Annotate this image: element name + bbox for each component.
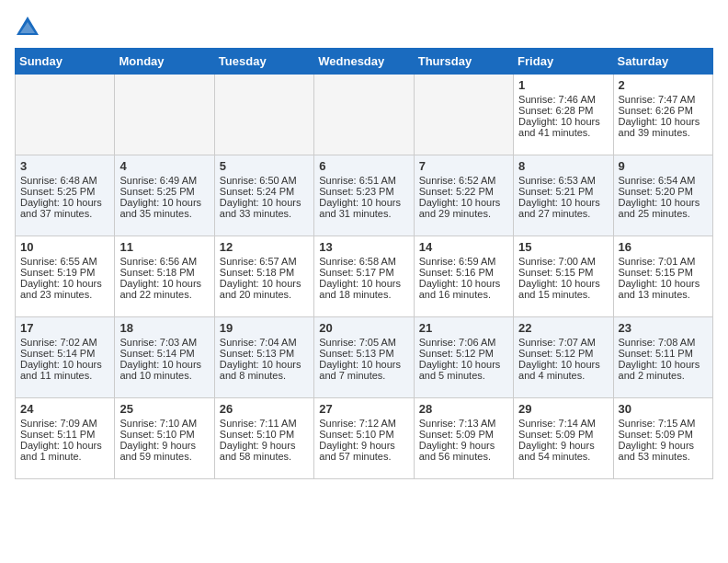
sunrise-text: Sunrise: 6:48 AM bbox=[20, 175, 97, 186]
day-number: 23 bbox=[619, 321, 708, 335]
day-number: 19 bbox=[220, 321, 309, 335]
day-number: 21 bbox=[419, 321, 508, 335]
daylight-text: Daylight: 10 hours and 13 minutes. bbox=[619, 278, 700, 300]
daylight-text: Daylight: 10 hours and 8 minutes. bbox=[220, 359, 301, 381]
daylight-text: Daylight: 10 hours and 1 minute. bbox=[20, 440, 102, 462]
sunrise-text: Sunrise: 7:02 AM bbox=[20, 337, 97, 348]
day-number: 11 bbox=[119, 240, 209, 254]
day-number: 15 bbox=[518, 240, 608, 254]
calendar-cell: 23Sunrise: 7:08 AMSunset: 5:11 PMDayligh… bbox=[613, 317, 712, 398]
sunrise-text: Sunrise: 7:10 AM bbox=[119, 418, 197, 429]
sunset-text: Sunset: 5:11 PM bbox=[619, 348, 693, 359]
sunset-text: Sunset: 5:20 PM bbox=[619, 186, 693, 197]
calendar-table: SundayMondayTuesdayWednesdayThursdayFrid… bbox=[15, 48, 713, 479]
calendar-cell: 29Sunrise: 7:14 AMSunset: 5:09 PMDayligh… bbox=[514, 398, 613, 479]
weekday-header-saturday: Saturday bbox=[613, 49, 712, 75]
day-number: 29 bbox=[518, 402, 608, 416]
sunrise-text: Sunrise: 7:07 AM bbox=[518, 337, 596, 348]
sunset-text: Sunset: 5:13 PM bbox=[319, 348, 393, 359]
calendar-cell: 25Sunrise: 7:10 AMSunset: 5:10 PMDayligh… bbox=[115, 398, 214, 479]
calendar-cell bbox=[314, 75, 414, 155]
calendar-cell: 13Sunrise: 6:58 AMSunset: 5:17 PMDayligh… bbox=[314, 236, 414, 317]
day-number: 8 bbox=[518, 159, 608, 173]
calendar-cell bbox=[115, 75, 214, 155]
daylight-text: Daylight: 10 hours and 37 minutes. bbox=[20, 197, 102, 219]
calendar-week-5: 24Sunrise: 7:09 AMSunset: 5:11 PMDayligh… bbox=[16, 398, 713, 479]
day-number: 18 bbox=[119, 321, 209, 335]
logo bbox=[15, 15, 44, 40]
daylight-text: Daylight: 10 hours and 18 minutes. bbox=[319, 278, 401, 300]
sunrise-text: Sunrise: 7:05 AM bbox=[319, 337, 396, 348]
daylight-text: Daylight: 10 hours and 25 minutes. bbox=[619, 197, 700, 219]
daylight-text: Daylight: 10 hours and 39 minutes. bbox=[619, 116, 700, 138]
day-number: 28 bbox=[419, 402, 508, 416]
weekday-header-sunday: Sunday bbox=[16, 49, 115, 75]
daylight-text: Daylight: 9 hours and 57 minutes. bbox=[319, 440, 395, 462]
weekday-header-thursday: Thursday bbox=[414, 49, 513, 75]
day-number: 16 bbox=[619, 240, 708, 254]
daylight-text: Daylight: 10 hours and 27 minutes. bbox=[518, 197, 600, 219]
calendar-cell: 10Sunrise: 6:55 AMSunset: 5:19 PMDayligh… bbox=[16, 236, 115, 317]
sunset-text: Sunset: 5:10 PM bbox=[119, 429, 194, 440]
calendar-cell: 20Sunrise: 7:05 AMSunset: 5:13 PMDayligh… bbox=[314, 317, 414, 398]
calendar-cell: 15Sunrise: 7:00 AMSunset: 5:15 PMDayligh… bbox=[514, 236, 613, 317]
daylight-text: Daylight: 10 hours and 5 minutes. bbox=[419, 359, 501, 381]
sunrise-text: Sunrise: 7:06 AM bbox=[419, 337, 496, 348]
daylight-text: Daylight: 10 hours and 33 minutes. bbox=[220, 197, 301, 219]
calendar-cell: 4Sunrise: 6:49 AMSunset: 5:25 PMDaylight… bbox=[115, 155, 214, 236]
calendar-cell: 2Sunrise: 7:47 AMSunset: 6:26 PMDaylight… bbox=[613, 75, 712, 155]
calendar-cell: 22Sunrise: 7:07 AMSunset: 5:12 PMDayligh… bbox=[514, 317, 613, 398]
daylight-text: Daylight: 10 hours and 22 minutes. bbox=[119, 278, 201, 300]
sunset-text: Sunset: 5:16 PM bbox=[419, 267, 494, 278]
calendar-cell: 19Sunrise: 7:04 AMSunset: 5:13 PMDayligh… bbox=[214, 317, 313, 398]
sunset-text: Sunset: 5:11 PM bbox=[20, 429, 95, 440]
calendar-cell: 7Sunrise: 6:52 AMSunset: 5:22 PMDaylight… bbox=[414, 155, 513, 236]
sunset-text: Sunset: 5:12 PM bbox=[518, 348, 593, 359]
day-number: 10 bbox=[20, 240, 109, 254]
sunrise-text: Sunrise: 7:01 AM bbox=[619, 256, 696, 267]
sunset-text: Sunset: 5:17 PM bbox=[319, 267, 393, 278]
sunset-text: Sunset: 5:10 PM bbox=[220, 429, 294, 440]
daylight-text: Daylight: 10 hours and 20 minutes. bbox=[220, 278, 301, 300]
sunset-text: Sunset: 6:28 PM bbox=[518, 105, 593, 116]
sunrise-text: Sunrise: 6:58 AM bbox=[319, 256, 396, 267]
logo-icon bbox=[15, 15, 40, 40]
sunrise-text: Sunrise: 6:56 AM bbox=[119, 256, 197, 267]
daylight-text: Daylight: 9 hours and 53 minutes. bbox=[619, 440, 695, 462]
page-header bbox=[15, 15, 713, 40]
calendar-cell bbox=[214, 75, 313, 155]
sunrise-text: Sunrise: 6:49 AM bbox=[119, 175, 197, 186]
calendar-week-3: 10Sunrise: 6:55 AMSunset: 5:19 PMDayligh… bbox=[16, 236, 713, 317]
sunset-text: Sunset: 5:18 PM bbox=[119, 267, 194, 278]
sunrise-text: Sunrise: 6:53 AM bbox=[518, 175, 596, 186]
calendar-week-4: 17Sunrise: 7:02 AMSunset: 5:14 PMDayligh… bbox=[16, 317, 713, 398]
day-number: 12 bbox=[220, 240, 309, 254]
calendar-cell: 17Sunrise: 7:02 AMSunset: 5:14 PMDayligh… bbox=[16, 317, 115, 398]
calendar-cell: 11Sunrise: 6:56 AMSunset: 5:18 PMDayligh… bbox=[115, 236, 214, 317]
daylight-text: Daylight: 10 hours and 23 minutes. bbox=[20, 278, 102, 300]
sunrise-text: Sunrise: 7:04 AM bbox=[220, 337, 297, 348]
day-number: 1 bbox=[518, 78, 608, 92]
sunset-text: Sunset: 5:23 PM bbox=[319, 186, 393, 197]
weekday-header-wednesday: Wednesday bbox=[314, 49, 414, 75]
sunrise-text: Sunrise: 7:13 AM bbox=[419, 418, 496, 429]
sunrise-text: Sunrise: 6:52 AM bbox=[419, 175, 496, 186]
calendar-cell: 16Sunrise: 7:01 AMSunset: 5:15 PMDayligh… bbox=[613, 236, 712, 317]
day-number: 4 bbox=[119, 159, 209, 173]
sunset-text: Sunset: 5:15 PM bbox=[518, 267, 593, 278]
sunrise-text: Sunrise: 7:09 AM bbox=[20, 418, 97, 429]
calendar-cell: 24Sunrise: 7:09 AMSunset: 5:11 PMDayligh… bbox=[16, 398, 115, 479]
sunrise-text: Sunrise: 7:46 AM bbox=[518, 94, 596, 105]
day-number: 20 bbox=[319, 321, 408, 335]
sunset-text: Sunset: 5:14 PM bbox=[20, 348, 95, 359]
day-number: 2 bbox=[619, 78, 708, 92]
sunrise-text: Sunrise: 7:12 AM bbox=[319, 418, 396, 429]
daylight-text: Daylight: 10 hours and 7 minutes. bbox=[319, 359, 401, 381]
calendar-cell: 18Sunrise: 7:03 AMSunset: 5:14 PMDayligh… bbox=[115, 317, 214, 398]
daylight-text: Daylight: 10 hours and 29 minutes. bbox=[419, 197, 501, 219]
sunset-text: Sunset: 5:09 PM bbox=[419, 429, 494, 440]
sunset-text: Sunset: 5:10 PM bbox=[319, 429, 393, 440]
sunset-text: Sunset: 5:18 PM bbox=[220, 267, 294, 278]
sunrise-text: Sunrise: 6:50 AM bbox=[220, 175, 297, 186]
sunset-text: Sunset: 5:25 PM bbox=[20, 186, 95, 197]
